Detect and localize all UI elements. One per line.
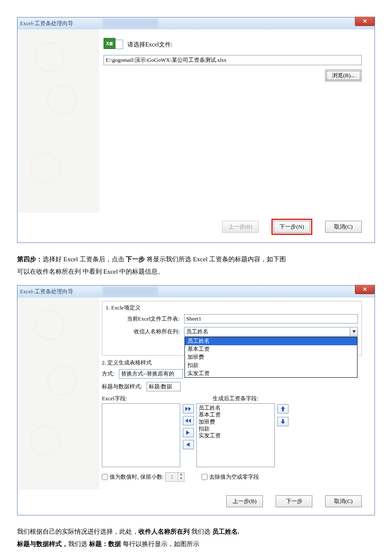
close-icon: ✕: [363, 286, 367, 293]
gen-fields-listbox[interactable]: 员工姓名 基本工资 加班费 扣款 实发工资: [196, 403, 275, 467]
mode-input[interactable]: [119, 369, 183, 379]
list-item[interactable]: 员工姓名: [199, 405, 273, 411]
next-button[interactable]: 下一步(N): [274, 221, 310, 233]
transfer-buttons: [183, 404, 194, 449]
file-path-input[interactable]: [104, 55, 362, 65]
decimal-spinner[interactable]: ▲▼: [165, 472, 184, 482]
list-item[interactable]: 基本工资: [199, 411, 273, 418]
step4-paragraph: 第四步：选择好 Excel 工资条后，点击 下一步 将显示我们所选 Excel …: [17, 253, 375, 278]
excel-icon: X≣: [104, 38, 123, 52]
move-all-left-button[interactable]: [183, 416, 194, 425]
svg-marker-4: [188, 419, 191, 423]
svg-marker-3: [185, 419, 188, 423]
window-title: Excel-工资条处理向导: [20, 288, 73, 295]
close-button[interactable]: ✕: [355, 285, 375, 294]
next-button[interactable]: 下一步: [276, 495, 312, 507]
prev-button: 上一步(B): [222, 221, 259, 233]
dropdown-option[interactable]: 加班费: [185, 353, 357, 361]
sheet-label: 当前Excel文件工作表:: [106, 315, 180, 323]
style-label: 标题与数据样式:: [102, 383, 142, 390]
svg-marker-1: [185, 407, 188, 411]
mode-label: 方式:: [102, 370, 115, 378]
titlebar: Excel-工资条处理向导 ✕: [17, 286, 375, 298]
namecol-dropdown[interactable]: 员工姓名 基本工资 加班费 扣款 实发工资: [184, 337, 357, 378]
dropdown-option[interactable]: 扣款: [185, 361, 357, 370]
decimal-checkbox[interactable]: 值为数值时, 保留小数: ▲▼: [102, 472, 184, 482]
wizard-side-panel: [17, 29, 99, 213]
move-all-right-button[interactable]: [183, 404, 194, 413]
sheet-select[interactable]: Sheet1: [184, 314, 358, 324]
svg-marker-7: [281, 406, 285, 411]
footer-paragraph: 我们根据自己的实际情况进行选择，此处，收件人名称所在列 我们选 员工姓名. 标题…: [17, 526, 375, 550]
dialog-footer: 上一步(B) 下一步(N) 取消(C): [17, 213, 375, 243]
move-right-button[interactable]: [183, 428, 194, 437]
excel-fields-listbox[interactable]: [102, 403, 180, 467]
list-item[interactable]: 实发工资: [199, 432, 273, 439]
move-up-button[interactable]: [277, 404, 288, 413]
reorder-buttons: [277, 404, 288, 426]
next-highlight: 下一步(N): [271, 219, 312, 235]
list-item[interactable]: 扣款: [199, 425, 273, 432]
group-title-1: 1. Excle项定义: [106, 304, 358, 312]
titlebar-blur: [103, 19, 158, 28]
namecol-select[interactable]: 员工姓名 员工姓名 基本工资 加班费 扣款 实发工资: [184, 327, 358, 336]
group-excel-definition: 1. Excle项定义 当前Excel文件工作表: Sheet1 收信人名称所在…: [102, 301, 362, 356]
style-input[interactable]: [147, 382, 181, 391]
remove-empty-checkbox[interactable]: 去除值为空或零字段: [202, 473, 259, 481]
move-down-button[interactable]: [277, 417, 288, 426]
svg-marker-5: [186, 431, 190, 435]
close-button[interactable]: ✕: [355, 17, 375, 26]
titlebar: Excel-工资条处理向导 ✕: [17, 17, 375, 29]
excel-fields-label: Excel字段:: [102, 395, 180, 402]
svg-marker-2: [188, 407, 191, 411]
gen-fields-label: 生成后工资条字段:: [196, 395, 275, 402]
cancel-button[interactable]: 取消(C): [325, 495, 362, 507]
dropdown-option[interactable]: 基本工资: [185, 345, 357, 353]
prev-button[interactable]: 上一步(B): [226, 495, 263, 507]
window-title: Excel-工资条处理向导: [20, 20, 73, 27]
select-file-label: 请选择Excel文件:: [127, 41, 173, 49]
dropdown-option[interactable]: 员工姓名: [185, 337, 357, 345]
svg-marker-0: [352, 330, 356, 333]
list-item[interactable]: 加班费: [199, 419, 273, 425]
svg-marker-8: [281, 419, 285, 424]
chevron-down-icon: [350, 327, 357, 336]
wizard-side-panel: [17, 298, 99, 489]
dialog-select-file: Excel-工资条处理向导 ✕ X≣ 请选择Excel文件:: [17, 17, 375, 243]
move-left-button[interactable]: [183, 440, 194, 449]
titlebar-blur: [103, 287, 158, 296]
dialog-field-definition: Excel-工资条处理向导 ✕ 1. Excle项定义 当前Excel文件工作表…: [17, 285, 375, 515]
browse-button[interactable]: 浏览(B)...: [325, 69, 362, 81]
namecol-label: 收信人名称所在列:: [106, 328, 180, 335]
svg-marker-6: [186, 442, 190, 447]
dialog-footer: 上一步(B) 下一步 取消(C): [17, 489, 375, 515]
cancel-button[interactable]: 取消(C): [325, 221, 362, 233]
dropdown-option[interactable]: 实发工资: [185, 370, 357, 378]
close-icon: ✕: [363, 18, 367, 25]
